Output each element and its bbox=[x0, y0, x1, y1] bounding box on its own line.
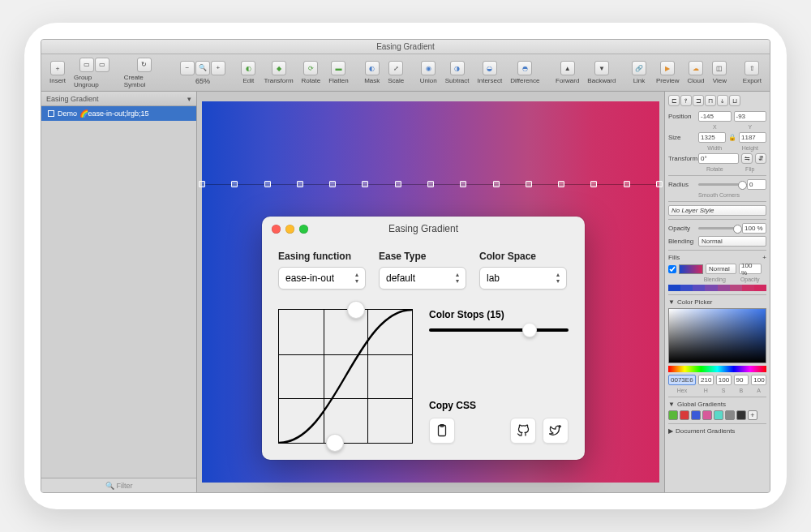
blending-dropdown[interactable]: Normal bbox=[698, 236, 766, 247]
fill-opacity-input[interactable]: 100 % bbox=[739, 264, 762, 274]
radius-input[interactable]: 0 bbox=[747, 179, 766, 190]
swatch[interactable] bbox=[725, 410, 735, 420]
copy-button[interactable] bbox=[429, 418, 455, 444]
gradient-handle[interactable] bbox=[624, 181, 630, 187]
color-picker-field[interactable] bbox=[668, 308, 766, 363]
github-button[interactable] bbox=[510, 418, 536, 444]
zoom-control[interactable]: −🔍+65% bbox=[177, 59, 229, 87]
swatch[interactable] bbox=[680, 410, 689, 420]
opacity-input[interactable]: 100 % bbox=[742, 223, 766, 234]
twitter-button[interactable] bbox=[543, 418, 569, 444]
opacity-slider[interactable] bbox=[698, 227, 740, 230]
device-frame: Easing Gradient ＋Insert ▭▭Group Ungroup … bbox=[24, 23, 787, 509]
gradient-handle[interactable] bbox=[558, 181, 564, 187]
mask-tool[interactable]: ◐Mask bbox=[361, 59, 383, 86]
s-input[interactable]: 100 bbox=[716, 375, 732, 385]
page-selector[interactable]: Easing Gradient▾ bbox=[41, 92, 196, 106]
inspector-panel: ⊏ ⫯ ⊐ ⊓ ⫰ ⊔ Position-145-93 XY Size1325🔒… bbox=[664, 92, 770, 492]
height-input[interactable]: 1187 bbox=[739, 132, 766, 143]
link-tool[interactable]: 🔗Link bbox=[629, 59, 650, 86]
slider-thumb[interactable] bbox=[522, 323, 537, 337]
hue-slider[interactable] bbox=[668, 366, 766, 372]
gradient-handle[interactable] bbox=[590, 181, 597, 187]
add-swatch-button[interactable]: + bbox=[748, 410, 757, 420]
disclosure-triangle-icon[interactable]: ▶ bbox=[668, 427, 673, 435]
difference-tool[interactable]: ◓Difference bbox=[507, 59, 543, 86]
gradient-stops-bar[interactable] bbox=[668, 285, 766, 291]
align-top-icon[interactable]: ⊓ bbox=[705, 95, 716, 106]
disclosure-triangle-icon[interactable]: ▼ bbox=[668, 298, 675, 306]
union-tool[interactable]: ◉Union bbox=[417, 59, 440, 86]
insert-tool[interactable]: ＋Insert bbox=[46, 59, 69, 86]
swatch[interactable] bbox=[691, 410, 701, 420]
ease-type-select[interactable]: default▴▾ bbox=[379, 267, 466, 290]
preview-tool[interactable]: ▶Preview bbox=[653, 59, 682, 86]
transform-tool[interactable]: ◆Transform bbox=[260, 59, 296, 86]
gradient-handle[interactable] bbox=[362, 181, 368, 187]
gradient-handle[interactable] bbox=[395, 181, 401, 187]
radius-slider[interactable] bbox=[698, 183, 744, 186]
gradient-handle[interactable] bbox=[264, 181, 271, 187]
gradient-handle[interactable] bbox=[526, 181, 532, 187]
add-fill-icon[interactable]: + bbox=[762, 254, 766, 261]
lock-icon[interactable]: 🔒 bbox=[728, 134, 736, 141]
align-left-icon[interactable]: ⊏ bbox=[668, 95, 680, 106]
gradient-handle[interactable] bbox=[656, 181, 663, 187]
subtract-tool[interactable]: ◑Subtract bbox=[442, 59, 473, 86]
swatch[interactable] bbox=[736, 410, 746, 420]
align-right-icon[interactable]: ⊐ bbox=[693, 95, 704, 106]
a-input[interactable]: 100 bbox=[751, 375, 766, 385]
intersect-tool[interactable]: ◒Intersect bbox=[474, 59, 505, 86]
view-tool[interactable]: ◫View bbox=[709, 59, 730, 86]
group-tool[interactable]: ▭▭Group Ungroup bbox=[71, 56, 119, 90]
easing-function-select[interactable]: ease-in-out▴▾ bbox=[278, 267, 366, 290]
disclosure-triangle-icon[interactable]: ▼ bbox=[668, 401, 675, 408]
color-space-select[interactable]: lab▴▾ bbox=[479, 267, 567, 290]
gradient-handle[interactable] bbox=[427, 181, 434, 187]
align-center-h-icon[interactable]: ⫯ bbox=[680, 95, 692, 106]
h-input[interactable]: 210 bbox=[698, 375, 714, 385]
gradient-handle[interactable] bbox=[297, 181, 303, 187]
swatch[interactable] bbox=[702, 410, 712, 420]
align-center-v-icon[interactable]: ⫰ bbox=[717, 95, 728, 106]
backward-tool[interactable]: ▼Backward bbox=[584, 59, 619, 86]
export-tool[interactable]: ⇧Export bbox=[740, 59, 765, 86]
rotate-input[interactable]: 0° bbox=[698, 153, 739, 164]
hex-input[interactable]: 0073E6 bbox=[668, 375, 696, 385]
gradient-handle[interactable] bbox=[493, 181, 500, 187]
rotate-tool[interactable]: ⟳Rotate bbox=[298, 59, 324, 86]
fill-swatch[interactable] bbox=[679, 264, 703, 274]
layer-filter-input[interactable]: 🔍 Filter bbox=[41, 478, 196, 492]
layer-style-dropdown[interactable]: No Layer Style bbox=[668, 205, 766, 216]
gradient-handle[interactable] bbox=[199, 181, 205, 187]
position-x-input[interactable]: -145 bbox=[698, 111, 732, 122]
color-stops-slider[interactable] bbox=[429, 328, 569, 332]
curve-handle-p2[interactable] bbox=[347, 301, 365, 319]
flatten-tool[interactable]: ▬Flatten bbox=[325, 59, 351, 86]
flip-h-icon[interactable]: ⇋ bbox=[741, 153, 753, 164]
layers-panel: Easing Gradient▾ Demo 🌈ease-in-out;lrgb;… bbox=[41, 92, 197, 492]
gradient-handle[interactable] bbox=[231, 181, 238, 187]
layer-row-selected[interactable]: Demo 🌈ease-in-out;lrgb;15 bbox=[41, 106, 196, 121]
b-input[interactable]: 90 bbox=[734, 375, 749, 385]
edit-tool[interactable]: ◐Edit bbox=[238, 59, 259, 86]
create-symbol-tool[interactable]: ↻Create Symbol bbox=[121, 56, 168, 90]
width-input[interactable]: 1325 bbox=[698, 132, 726, 143]
align-bottom-icon[interactable]: ⊔ bbox=[729, 95, 740, 106]
swatch[interactable] bbox=[714, 410, 723, 420]
cloud-tool[interactable]: ☁Cloud bbox=[684, 59, 707, 86]
forward-tool[interactable]: ▲Forward bbox=[552, 59, 582, 86]
curve-handle-p1[interactable] bbox=[326, 434, 344, 452]
swatch[interactable] bbox=[668, 410, 678, 420]
plugin-title-bar[interactable]: Easing Gradient bbox=[262, 217, 585, 241]
curve-path bbox=[279, 310, 412, 443]
gradient-handle[interactable] bbox=[329, 181, 336, 187]
position-y-input[interactable]: -93 bbox=[734, 111, 767, 122]
easing-curve-editor[interactable] bbox=[278, 309, 413, 444]
shape-icon bbox=[48, 110, 54, 117]
flip-v-icon[interactable]: ⇵ bbox=[755, 153, 766, 164]
gradient-handle[interactable] bbox=[460, 181, 466, 187]
fill-blend-dropdown[interactable]: Normal bbox=[706, 264, 736, 274]
fill-enabled-checkbox[interactable] bbox=[668, 265, 676, 273]
scale-tool[interactable]: ⤢Scale bbox=[384, 59, 407, 86]
